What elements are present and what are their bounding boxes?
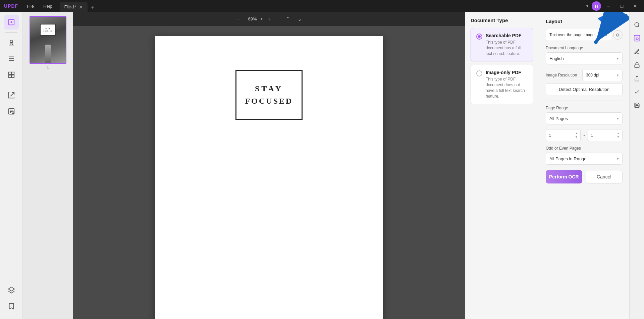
rail-lock-icon[interactable] (631, 59, 643, 71)
page-from-up[interactable]: ▲ (575, 132, 578, 135)
page-to-arrows: ▲ ▼ (617, 132, 620, 139)
resolution-dropdown[interactable]: 300 dpi ▾ (582, 69, 623, 81)
svg-line-13 (638, 26, 639, 27)
close-button[interactable]: ✕ (629, 0, 641, 12)
tab-add-button[interactable]: + (88, 3, 98, 12)
zoom-value: 69% (246, 16, 259, 21)
pdf-canvas[interactable]: STAY FOCUSED STA FOCU (73, 26, 465, 319)
thumbnail-image: STAY FOCUSED (30, 16, 66, 64)
rail-edit-icon[interactable] (631, 46, 643, 58)
sidebar-export-icon[interactable] (4, 88, 19, 103)
collapse-down-button[interactable]: ⌄ (295, 14, 305, 24)
document-language-label: Document Language (546, 46, 623, 50)
language-value: English (549, 56, 564, 61)
page-from-down[interactable]: ▼ (575, 136, 578, 139)
zoom-out-button[interactable]: − (234, 14, 243, 24)
page-from-input[interactable]: 1 ▲ ▼ (546, 129, 581, 141)
rail-share-icon[interactable] (631, 72, 643, 85)
tab-close-icon[interactable]: ✕ (79, 4, 83, 10)
language-arrow: ▾ (617, 56, 619, 61)
sidebar-bookmark-icon[interactable] (4, 299, 19, 314)
zoom-dropdown-arrow[interactable]: ▾ (261, 17, 263, 21)
page-to-up[interactable]: ▲ (617, 132, 620, 135)
document-type-panel: Document Type Searchable PDF This type o… (465, 12, 539, 319)
layout-help-icon[interactable]: ? (615, 17, 623, 25)
odd-even-dropdown[interactable]: All Pages in Range ▾ (546, 153, 623, 165)
tab-bar: File-1* ✕ + (60, 0, 98, 12)
rail-ocr-icon[interactable] (631, 32, 643, 44)
radio-dot (478, 35, 481, 38)
thumbnail-page-1[interactable]: STAY FOCUSED 1 (30, 16, 66, 69)
section-divider (546, 101, 623, 101)
page-range-row: 1 ▲ ▼ - 1 ▲ ▼ (546, 129, 623, 141)
pdf-viewer: − 69% ▾ + ⌃ ⌄ (73, 12, 465, 319)
main-layout: STAY FOCUSED 1 − 69% ▾ + (0, 12, 644, 319)
sidebar-ocr-icon[interactable] (4, 104, 19, 119)
cancel-button[interactable]: Cancel (586, 170, 623, 183)
image-only-pdf-name: Image-only PDF (486, 70, 528, 75)
sidebar-edit-icon[interactable] (4, 15, 19, 30)
searchable-pdf-content: Searchable PDF This type of PDF document… (486, 33, 528, 56)
page-to-down[interactable]: ▼ (617, 136, 620, 139)
layout-dropdown[interactable]: Text over the page image ▾ (546, 29, 611, 41)
searchable-pdf-radio[interactable] (476, 34, 482, 40)
sidebar-divider-1 (5, 32, 17, 33)
user-avatar[interactable]: H (592, 1, 601, 11)
collapse-up-button[interactable]: ⌃ (283, 14, 292, 24)
sidebar-divider-2 (5, 85, 17, 85)
page-range-value: All Pages (549, 116, 568, 121)
image-only-pdf-card[interactable]: Image-only PDF This type of PDF document… (471, 65, 533, 104)
odd-even-label: Odd or Even Pages (546, 146, 623, 151)
page-to-value: 1 (591, 133, 593, 138)
layout-title: Layout (546, 18, 562, 24)
svg-rect-6 (8, 75, 11, 77)
perform-ocr-button[interactable]: Perform OCR (546, 170, 582, 183)
app-logo: UPDF (0, 3, 22, 9)
resolution-value: 300 dpi (586, 73, 599, 77)
searchable-pdf-card[interactable]: Searchable PDF This type of PDF document… (471, 28, 533, 61)
language-dropdown[interactable]: English ▾ (546, 52, 623, 64)
page-to-input[interactable]: 1 ▲ ▼ (588, 129, 623, 141)
thumb-bw-photo: STAY FOCUSED (30, 17, 66, 63)
action-row: Perform OCR Cancel (546, 170, 623, 183)
thumbnail-page-number: 1 (47, 65, 49, 69)
zoom-in-button[interactable]: + (265, 14, 275, 24)
pdf-toolbar: − 69% ▾ + ⌃ ⌄ (73, 12, 465, 26)
svg-point-12 (635, 22, 639, 26)
svg-rect-16 (635, 65, 639, 67)
page-range-dropdown[interactable]: All Pages ▾ (546, 112, 623, 124)
detect-resolution-button[interactable]: Detect Optimal Resolution (546, 83, 623, 95)
menu-help[interactable]: Help (39, 0, 57, 12)
minimize-button[interactable]: ─ (602, 0, 614, 12)
svg-rect-7 (11, 75, 14, 77)
resolution-arrow: ▾ (617, 73, 619, 77)
range-dash: - (583, 132, 585, 138)
document-type-title: Document Type (471, 17, 533, 23)
title-bar-right: ▾ H ─ □ ✕ (584, 0, 644, 12)
maximize-button[interactable]: □ (616, 0, 628, 12)
page-from-arrows: ▲ ▼ (575, 132, 578, 139)
sidebar-stamp-icon[interactable] (4, 35, 19, 50)
tab-list-arrow[interactable]: ▾ (584, 2, 590, 10)
thumbnail-panel: STAY FOCUSED 1 (23, 12, 73, 319)
image-resolution-label: Image Resolution (546, 73, 577, 77)
menu-file[interactable]: File (22, 0, 39, 12)
layout-dropdown-value: Text over the page image (549, 33, 595, 37)
layout-dropdown-arrow: ▾ (605, 33, 607, 37)
rail-save-icon[interactable] (631, 99, 643, 111)
searchable-pdf-desc: This type of PDF document has a full tex… (486, 40, 528, 56)
title-bar: UPDF File Help File-1* ✕ + ▾ H ─ □ ✕ (0, 0, 644, 12)
page-from-value: 1 (549, 133, 551, 138)
image-only-pdf-desc: This type of PDF document does not have … (486, 76, 528, 99)
sidebar-grid-icon[interactable] (4, 67, 19, 82)
layout-settings-icon[interactable]: ⚙ (613, 30, 623, 40)
image-only-pdf-radio[interactable] (476, 70, 482, 76)
odd-even-value: All Pages in Range (549, 156, 587, 161)
rail-search-icon[interactable] (631, 19, 643, 31)
page-range-label: Page Range (546, 106, 623, 110)
sidebar-layers-icon[interactable] (4, 283, 19, 298)
toolbar-separator (279, 16, 279, 22)
rail-check-icon[interactable] (631, 86, 643, 98)
tab-file1[interactable]: File-1* ✕ (60, 2, 88, 12)
sidebar-list-icon[interactable] (4, 51, 19, 66)
